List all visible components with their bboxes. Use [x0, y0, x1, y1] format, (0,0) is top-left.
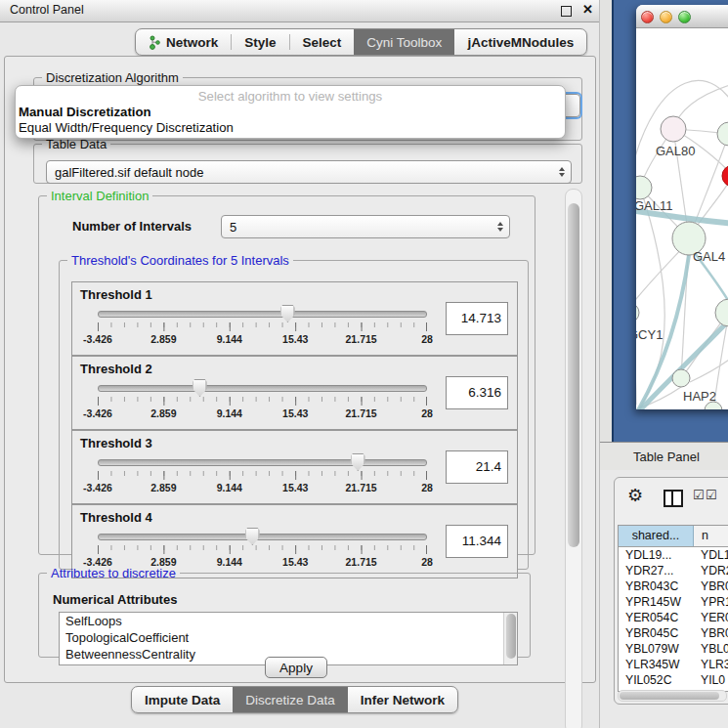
tab-style[interactable]: Style	[232, 29, 288, 55]
tab-impute-data[interactable]: Impute Data	[132, 687, 233, 712]
tick-label: 2.859	[150, 482, 176, 493]
checkbox-icon[interactable]: ☑	[693, 488, 705, 502]
slider-thumb[interactable]	[280, 305, 295, 322]
control-panel-title: Control Panel	[10, 3, 84, 17]
svg-text:GAL11: GAL11	[636, 198, 673, 213]
minimize-traffic-light-icon[interactable]	[660, 11, 672, 23]
table-row[interactable]: YLR345WYLR3	[619, 657, 728, 672]
tab-style-label: Style	[244, 35, 276, 50]
tick-label: 2.859	[150, 407, 176, 419]
network-node-gcy1[interactable]	[636, 303, 639, 322]
gear-icon[interactable]: ⚙	[627, 487, 643, 504]
scrollbar-thumb[interactable]	[506, 614, 516, 659]
table-data-combobox[interactable]: galFiltered.sif default node	[46, 160, 572, 184]
slider-track[interactable]	[98, 459, 427, 466]
table-panel-area: ⚙ ☑ ☑ shared... n YDL19...YDL1 YDR27...Y…	[600, 470, 728, 728]
threshold-4-value-field[interactable]: 11.344	[446, 525, 508, 558]
tab-select[interactable]: Select	[290, 29, 355, 55]
combo-stepper-icon	[559, 161, 565, 183]
close-icon[interactable]: ✕	[582, 2, 593, 17]
threshold-2-panel: Threshold 2 -3.426 2.859 9.144 15.43 21.…	[71, 356, 518, 430]
network-node-selected-red[interactable]	[722, 165, 728, 187]
network-window[interactable]: GAL80 GA C GAL11 GAL4 GCY1 H HAP2	[636, 5, 728, 409]
threshold-2-value-field[interactable]: 6.316	[446, 376, 508, 409]
table-panel-title: Table Panel	[633, 450, 700, 464]
control-panel-titlebar: Control Panel ✕	[0, 0, 599, 22]
table-row[interactable]: YDR27...YDR2	[619, 563, 728, 578]
network-node-gal11[interactable]	[636, 176, 652, 199]
scrollbar-thumb[interactable]	[620, 692, 719, 700]
table-row[interactable]: YPR145WYPR1	[619, 594, 728, 610]
svg-text:GCY1: GCY1	[636, 327, 663, 342]
table-row[interactable]: YIL052CYIL0	[619, 672, 728, 688]
tab-jactivemnodules-label: jActiveMNodules	[467, 35, 574, 50]
threshold-3-value-field[interactable]: 21.4	[446, 450, 508, 484]
table-horizontal-scrollbar[interactable]	[618, 690, 727, 702]
column-header-shared-name[interactable]: shared...	[619, 526, 694, 546]
table-data-group-title: Table Data	[42, 137, 110, 151]
threshold-3-slider[interactable]: -3.426 2.859 9.144 15.43 21.715 28	[98, 456, 427, 497]
slider-track[interactable]	[98, 534, 427, 540]
tab-select-label: Select	[303, 35, 342, 50]
table-row[interactable]: YER054CYER0	[619, 610, 728, 625]
slider-thumb[interactable]	[245, 528, 260, 545]
panel-vertical-scrollbar[interactable]	[565, 189, 582, 728]
tick-label: 15.43	[282, 407, 308, 419]
slider-track[interactable]	[98, 385, 427, 392]
table-row[interactable]: YBR043CYBR0	[619, 578, 728, 594]
tick-label: -3.426	[83, 482, 112, 493]
list-item[interactable]: TopologicalCoefficient	[60, 629, 517, 646]
tab-discretize-data[interactable]: Discretize Data	[233, 687, 348, 712]
combo-stepper-icon	[497, 216, 503, 237]
table-row[interactable]: YDL19...YDL1	[619, 547, 728, 563]
threshold-2-slider[interactable]: -3.426 2.859 9.144 15.43 21.715 28	[98, 382, 427, 423]
tab-network[interactable]: Network	[136, 29, 231, 55]
network-node-gal80[interactable]	[661, 116, 686, 142]
tab-cyni-toolbox-label: Cyni Toolbox	[366, 35, 442, 50]
table-row[interactable]: YBL079WYBL0	[619, 641, 728, 657]
dropdown-option-manual-discretization[interactable]: Manual Discretization	[16, 105, 565, 120]
network-node-h[interactable]	[715, 299, 728, 326]
table-data-group: Table Data galFiltered.sif default node	[33, 137, 582, 184]
network-canvas[interactable]: GAL80 GA C GAL11 GAL4 GCY1 H HAP2	[636, 28, 728, 409]
slider-track[interactable]	[98, 311, 427, 318]
table-row[interactable]: YBR045CYBR0	[619, 625, 728, 641]
dropdown-placeholder-option: Select algorithm to view settings	[16, 89, 565, 105]
column-header-name[interactable]: n	[694, 526, 728, 546]
discretization-algorithm-group-title: Discretization Algorithm	[42, 70, 183, 85]
close-traffic-light-icon[interactable]	[641, 11, 654, 23]
attributes-to-discretize-group: Attributes to discretize Numerical Attri…	[38, 566, 531, 658]
table-panel-titlebar: Table Panel	[600, 442, 728, 472]
slider-thumb[interactable]	[193, 379, 207, 397]
network-node-hap2[interactable]	[672, 369, 690, 387]
list-vertical-scrollbar[interactable]	[503, 613, 517, 664]
tick-label: 9.144	[217, 407, 242, 419]
threshold-1-value-field[interactable]: 14.713	[446, 302, 508, 335]
tab-jactivemnodules[interactable]: jActiveMNodules	[454, 29, 586, 55]
float-window-icon[interactable]	[561, 6, 572, 17]
network-node[interactable]	[717, 122, 728, 146]
scrollbar-thumb[interactable]	[568, 203, 579, 547]
dropdown-option-equal-width-frequency[interactable]: Equal Width/Frequency Discretization	[16, 120, 565, 136]
apply-button[interactable]: Apply	[265, 657, 327, 678]
columns-icon[interactable]	[664, 490, 683, 507]
checkbox-icon[interactable]: ☑	[706, 488, 717, 502]
threshold-1-slider[interactable]: -3.426 2.859 9.144 15.43 21.715 28	[98, 308, 427, 349]
tab-cyni-toolbox[interactable]: Cyni Toolbox	[354, 29, 454, 55]
slider-tick-labels: -3.426 2.859 9.144 15.43 21.715 28	[98, 407, 427, 419]
tick-label: 9.144	[217, 333, 242, 345]
slider-ticks	[98, 397, 427, 406]
list-item[interactable]: SelfLoops	[60, 613, 517, 629]
threshold-4-title: Threshold 4	[80, 510, 152, 525]
tick-label: 21.715	[346, 407, 377, 419]
tab-infer-network[interactable]: Infer Network	[348, 687, 457, 712]
tick-label: 2.859	[150, 333, 176, 345]
zoom-traffic-light-icon[interactable]	[678, 11, 691, 23]
threshold-2-title: Threshold 2	[80, 362, 152, 376]
cyni-toolbox-panel: Discretization Algorithm Select algorith…	[4, 56, 596, 683]
right-column: GAL80 GA C GAL11 GAL4 GCY1 H HAP2 Table …	[600, 0, 728, 728]
node-table: shared... n YDL19...YDL1 YDR27...YDR2 YB…	[618, 525, 728, 692]
slider-thumb[interactable]	[351, 453, 365, 471]
tick-label: 15.43	[282, 333, 308, 345]
number-of-intervals-combobox[interactable]: 5	[221, 215, 510, 238]
